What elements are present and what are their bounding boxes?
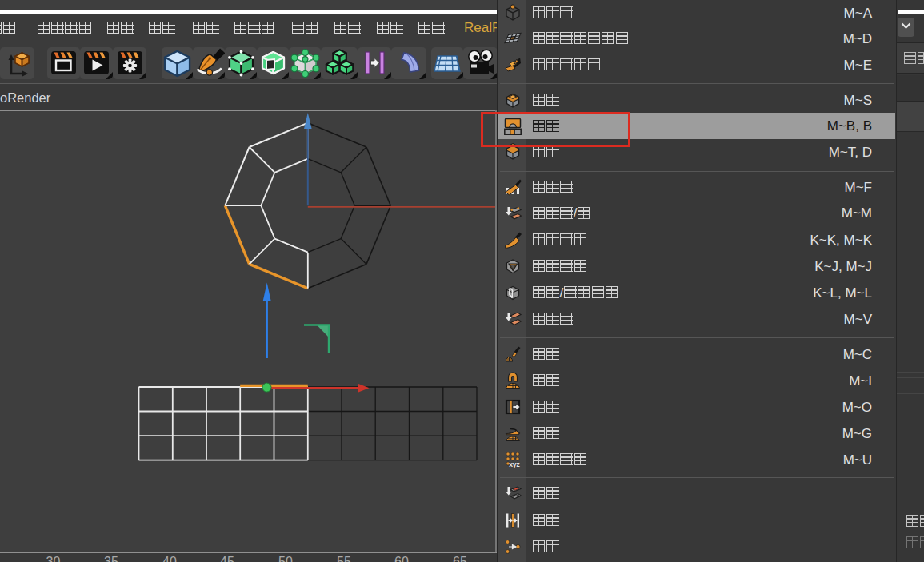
svg-text:xyz: xyz [509, 460, 520, 468]
